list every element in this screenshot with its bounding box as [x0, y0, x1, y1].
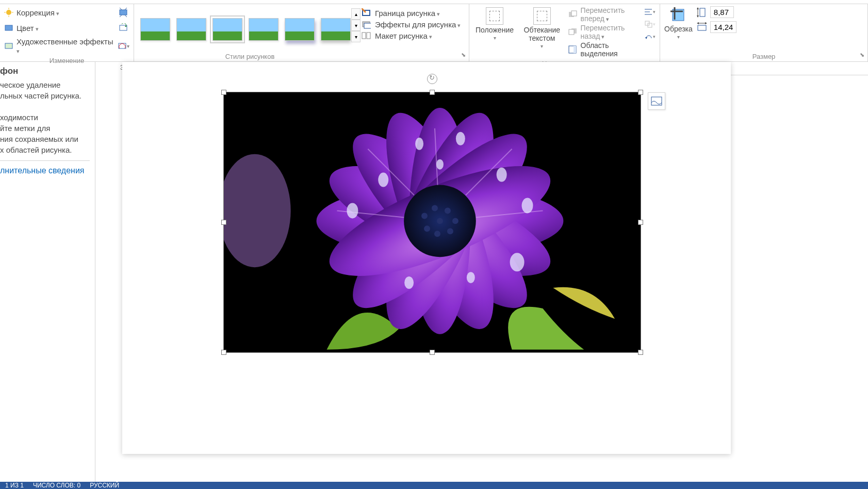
border-icon — [362, 8, 371, 18]
send-backward-button[interactable]: Переместить назад — [568, 24, 642, 40]
group-size-label: Размер — [664, 51, 863, 60]
height-value[interactable]: 8,87 — [710, 6, 734, 18]
style-thumb-3[interactable] — [212, 18, 242, 41]
svg-rect-15 — [362, 32, 366, 39]
help-text-2b: йте метки для — [0, 124, 90, 133]
picture-content — [224, 92, 641, 352]
bring-forward-label: Переместить вперед — [581, 6, 642, 23]
style-thumb-2[interactable] — [176, 18, 206, 41]
svg-marker-28 — [645, 37, 647, 39]
svg-marker-33 — [697, 15, 699, 18]
layout-options-button[interactable] — [648, 92, 665, 110]
svg-point-72 — [404, 276, 414, 289]
svg-point-71 — [510, 253, 525, 271]
artistic-effects-button[interactable]: Художественные эффекты — [4, 37, 117, 55]
size-dialog-launcher[interactable]: ⬊ — [860, 52, 864, 58]
align-button[interactable]: ▾ — [644, 6, 656, 18]
handle-top-right[interactable] — [638, 90, 643, 95]
svg-point-61 — [447, 228, 453, 234]
svg-point-62 — [434, 231, 440, 237]
color-icon — [4, 23, 13, 32]
style-thumb-5[interactable] — [285, 18, 315, 41]
send-backward-icon — [568, 28, 578, 36]
layout-options-icon — [651, 96, 662, 106]
svg-point-57 — [421, 213, 428, 219]
artistic-icon — [4, 41, 13, 51]
style-thumb-1[interactable] — [140, 18, 170, 41]
svg-point-59 — [445, 207, 451, 214]
selected-picture[interactable] — [223, 92, 641, 353]
svg-point-0 — [6, 10, 11, 15]
handle-bottom-mid[interactable] — [430, 350, 435, 355]
help-text-2a: ходимости — [0, 113, 90, 122]
help-text-1a: ческое удаление — [0, 80, 90, 89]
handle-top-left[interactable] — [221, 90, 226, 95]
svg-rect-20 — [569, 29, 574, 35]
width-field[interactable]: 14,24 — [697, 21, 737, 33]
color-label: Цвет — [17, 24, 39, 32]
help-more-link[interactable]: лнительные сведения — [0, 160, 90, 175]
reset-picture-button[interactable]: ▾ — [117, 40, 129, 52]
gallery-up-button[interactable]: ▴ — [351, 8, 361, 20]
svg-marker-37 — [705, 22, 707, 24]
color-button[interactable]: Цвет — [4, 23, 39, 32]
svg-point-67 — [456, 132, 465, 145]
position-button[interactable]: Положение ▾ — [473, 6, 516, 58]
svg-rect-30 — [700, 8, 705, 17]
picture-layout-label: Макет рисунка — [375, 31, 432, 40]
ribbon: Коррекция Цвет Художественные эффект — [0, 4, 868, 62]
status-word-count[interactable]: ЧИСЛО СЛОВ: 0 — [33, 482, 80, 489]
gallery-more-button[interactable]: ▾ — [351, 31, 361, 42]
rotation-handle[interactable] — [427, 74, 437, 84]
picture-styles-gallery[interactable]: ▴ ▾ ▾ — [138, 6, 362, 51]
handle-mid-left[interactable] — [221, 220, 226, 225]
compress-pictures-button[interactable] — [117, 6, 129, 19]
height-field[interactable]: 8,87 — [697, 6, 737, 18]
rotate-icon — [645, 33, 653, 40]
gallery-down-button[interactable]: ▾ — [351, 20, 361, 31]
wrap-icon — [533, 7, 551, 25]
corrections-button[interactable]: Коррекция — [4, 8, 59, 17]
height-icon — [697, 7, 707, 18]
position-icon — [486, 7, 503, 25]
group-size: Обрезка ▾ 8,87 14,24 Размер ⬊ — [660, 4, 868, 61]
group-adjust: Коррекция Цвет Художественные эффект — [0, 4, 134, 61]
flower-image — [224, 92, 641, 352]
svg-point-65 — [378, 173, 388, 187]
style-thumb-6[interactable] — [321, 18, 351, 41]
group-button[interactable]: ▾ — [644, 19, 656, 30]
handle-top-mid[interactable] — [430, 90, 435, 95]
group-styles-label: Стили рисунков — [138, 51, 362, 60]
group-icon — [645, 21, 653, 28]
help-text-2d: х областей рисунка. — [0, 145, 90, 154]
wrap-label: Обтекание текстом — [520, 26, 564, 42]
svg-marker-36 — [697, 22, 699, 24]
picture-layout-button[interactable]: Макет рисунка — [362, 31, 465, 40]
status-language[interactable]: РУССКИЙ — [90, 482, 119, 489]
change-picture-button[interactable] — [117, 22, 129, 34]
gallery-scroll: ▴ ▾ ▾ — [351, 8, 361, 42]
handle-mid-right[interactable] — [638, 220, 643, 225]
style-thumb-4[interactable] — [249, 18, 279, 41]
handle-bottom-right[interactable] — [638, 350, 643, 355]
svg-point-68 — [497, 168, 507, 182]
effects-icon — [362, 20, 371, 29]
document-canvas[interactable]: 3211234567891011121314151617 — [95, 62, 868, 482]
page — [122, 62, 731, 454]
svg-point-58 — [432, 205, 438, 211]
width-value[interactable]: 14,24 — [710, 21, 737, 33]
svg-point-73 — [467, 272, 475, 283]
crop-button[interactable]: Обрезка ▾ — [664, 6, 693, 40]
handle-bottom-left[interactable] — [221, 350, 226, 355]
selection-pane-button[interactable]: Область выделения — [568, 41, 642, 58]
svg-point-63 — [424, 225, 430, 232]
styles-dialog-launcher[interactable]: ⬊ — [461, 52, 466, 58]
artistic-label: Художественные эффекты — [17, 37, 117, 55]
wrap-text-button[interactable]: Обтекание текстом ▾ — [518, 6, 566, 58]
svg-rect-18 — [571, 11, 577, 16]
picture-border-button[interactable]: Граница рисунка — [362, 8, 465, 18]
picture-effects-button[interactable]: Эффекты для рисунка — [362, 20, 465, 29]
bring-forward-button[interactable]: Переместить вперед — [568, 6, 642, 23]
rotate-button[interactable]: ▾ — [644, 31, 656, 42]
status-page[interactable]: 1 ИЗ 1 — [5, 482, 24, 489]
